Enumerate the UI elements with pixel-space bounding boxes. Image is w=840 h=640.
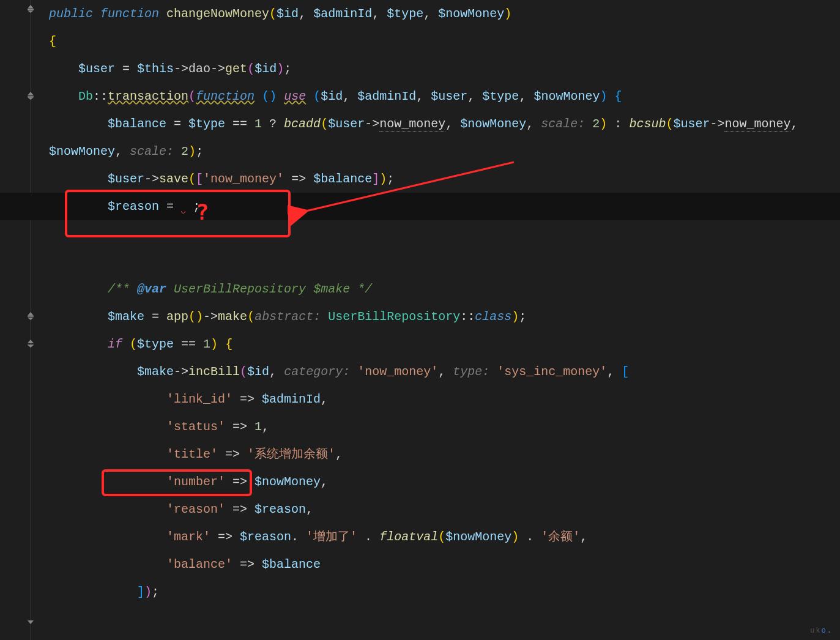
- code-line: $user->save(['now_money' => $balance]);: [49, 165, 840, 193]
- fold-collapse-icon[interactable]: [26, 91, 35, 100]
- code-line: 'reason' => $reason,: [49, 496, 840, 523]
- code-line: $make->incBill($id, category: 'now_money…: [49, 358, 840, 385]
- hint-category: category:: [284, 365, 350, 379]
- var-reason: $reason: [108, 199, 159, 214]
- code-line: Db::transaction(function () use ($id, $a…: [49, 83, 840, 110]
- hint-type: type:: [453, 365, 489, 379]
- class-UserBillRepository: UserBillRepository: [328, 310, 460, 324]
- var-make: $make: [108, 310, 144, 324]
- code-line: 'mark' => $reason. '增加了' . floatval($now…: [49, 523, 840, 551]
- param-id: $id: [277, 7, 299, 21]
- annotation-question-mark: ?: [196, 199, 209, 225]
- code-line: public function changeNowMoney($id, $adm…: [49, 0, 840, 28]
- code-line-blank: [49, 220, 840, 248]
- fold-collapse-icon[interactable]: [26, 311, 35, 321]
- watermark: uko.: [810, 627, 833, 635]
- code-line: $nowMoney, scale: 2);: [49, 138, 840, 165]
- param-nowMoney: $nowMoney: [438, 7, 504, 21]
- gutter: [0, 0, 42, 640]
- code-line: /** @var UserBillRepository $make */: [49, 275, 840, 303]
- code-line: if ($type == 1) {: [49, 330, 840, 358]
- keyword-public: public: [49, 7, 93, 21]
- class-Db: Db: [78, 89, 93, 103]
- var-user: $user: [78, 62, 115, 76]
- code-line: $make = app()->make(abstract: UserBillRe…: [49, 303, 840, 330]
- code-line: 'number' => $nowMoney,: [49, 468, 840, 496]
- param-adminId: $adminId: [313, 7, 372, 21]
- code-line-highlighted: $reason = ◡ ;: [0, 193, 840, 220]
- code-line: 'balance' => $balance: [49, 551, 840, 578]
- doc-tag-var: @var: [137, 282, 166, 296]
- var-balance: $balance: [108, 117, 166, 131]
- code-line: 'status' => 1,: [49, 413, 840, 441]
- keyword-if: if: [108, 337, 122, 351]
- code-line: ]);: [49, 578, 840, 606]
- param-type: $type: [387, 7, 423, 21]
- fold-expand-icon[interactable]: [26, 617, 35, 627]
- fold-collapse-icon[interactable]: [26, 338, 35, 348]
- hint-scale: scale:: [541, 117, 585, 131]
- code-line: $user = $this->dao->get($id);: [49, 55, 840, 83]
- fold-collapse-icon[interactable]: [26, 4, 35, 13]
- code-line-blank: [49, 248, 840, 275]
- code-line: 'link_id' => $adminId,: [49, 385, 840, 413]
- hint-abstract: abstract:: [255, 310, 321, 324]
- code-line: 'title' => '系统增加余额',: [49, 441, 840, 468]
- code-area[interactable]: public function changeNowMoney($id, $adm…: [49, 0, 840, 606]
- code-line: {: [49, 28, 840, 55]
- keyword-function: function: [100, 7, 159, 21]
- function-name: changeNowMoney: [166, 7, 269, 21]
- code-line: $balance = $type == 1 ? bcadd($user->now…: [49, 110, 840, 138]
